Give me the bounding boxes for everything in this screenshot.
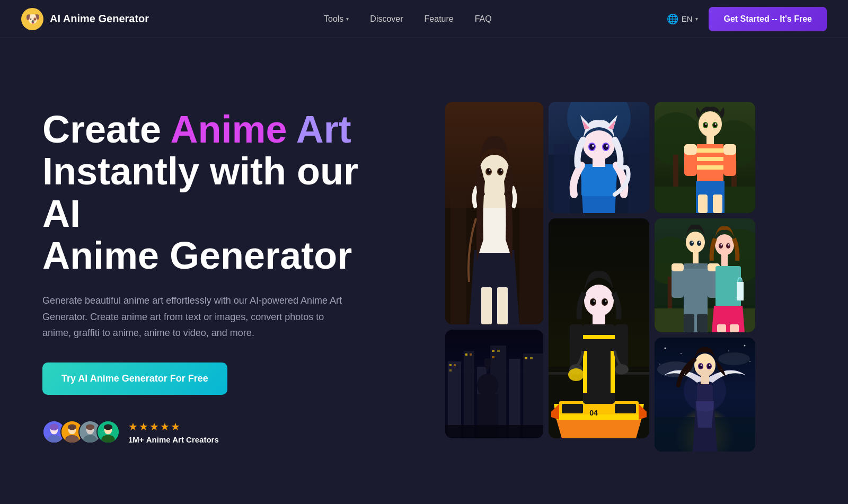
svg-point-107 <box>699 111 722 137</box>
tools-chevron-icon: ▾ <box>346 16 349 22</box>
rating-stars: ★★★★★ <box>128 420 219 433</box>
svg-point-160 <box>665 347 666 349</box>
nav-faq[interactable]: FAQ <box>475 14 492 24</box>
grid-column-3 <box>655 102 755 452</box>
svg-point-165 <box>749 361 750 362</box>
hero-content: Create Anime Art Instantly with our AI A… <box>42 109 403 444</box>
svg-point-60 <box>583 130 615 160</box>
svg-rect-136 <box>730 324 739 332</box>
hero-description: Generate beautiful anime art effortlessl… <box>42 293 350 341</box>
nav-discover[interactable]: Discover <box>370 14 403 24</box>
language-selector[interactable]: 🌐 EN ▾ <box>667 13 699 25</box>
nav-right: 🌐 EN ▾ Get Started -- It's Free <box>667 7 827 31</box>
svg-rect-104 <box>684 144 697 155</box>
svg-rect-76 <box>583 351 587 393</box>
svg-point-142 <box>726 243 730 249</box>
anime-image-7 <box>655 338 755 452</box>
logo-area: 🐶 AI Anime Generator <box>21 8 149 30</box>
svg-point-29 <box>501 169 502 171</box>
svg-rect-45 <box>492 350 494 352</box>
svg-point-134 <box>715 234 734 255</box>
svg-point-158 <box>709 364 711 366</box>
svg-point-164 <box>659 364 660 365</box>
svg-point-88 <box>603 299 607 305</box>
svg-point-83 <box>584 285 614 316</box>
svg-point-28 <box>489 169 491 171</box>
svg-rect-98 <box>697 148 723 153</box>
nav-links: Tools ▾ Discover Feature FAQ <box>324 14 492 24</box>
svg-point-161 <box>744 344 746 346</box>
svg-rect-130 <box>684 314 694 332</box>
svg-rect-41 <box>454 364 456 366</box>
logo-icon: 🐶 <box>21 8 43 30</box>
svg-point-66 <box>606 145 608 147</box>
brand-name: AI Anime Generator <box>50 13 149 25</box>
anime-image-4: 04 <box>549 218 649 438</box>
svg-point-64 <box>603 144 608 150</box>
svg-point-7 <box>68 425 76 430</box>
svg-rect-19 <box>519 187 543 324</box>
svg-point-144 <box>728 244 730 245</box>
svg-rect-30 <box>481 287 492 324</box>
navbar: 🐶 AI Anime Generator Tools ▾ Discover Fe… <box>0 0 848 38</box>
svg-point-63 <box>589 144 595 150</box>
nav-feature[interactable]: Feature <box>425 14 454 24</box>
svg-rect-43 <box>465 353 467 356</box>
svg-rect-18 <box>450 197 466 324</box>
globe-icon: 🌐 <box>667 13 678 25</box>
svg-rect-99 <box>697 157 723 161</box>
social-proof: ★★★★★ 1M+ Anime Art Creators <box>42 420 403 444</box>
nav-tools[interactable]: Tools ▾ <box>324 14 349 24</box>
svg-rect-58 <box>581 164 616 196</box>
svg-point-87 <box>591 299 595 305</box>
try-free-button[interactable]: Try AI Anime Generator For Free <box>42 362 227 395</box>
svg-rect-42 <box>449 369 452 372</box>
svg-rect-31 <box>497 287 508 324</box>
creator-stats: ★★★★★ 1M+ Anime Art Creators <box>128 420 219 444</box>
svg-point-162 <box>681 353 682 354</box>
grid-column-1 <box>445 102 543 452</box>
svg-rect-44 <box>470 353 472 356</box>
svg-point-157 <box>701 364 702 366</box>
avatar-stack <box>42 420 120 444</box>
get-started-button[interactable]: Get Started -- It's Free <box>709 7 827 31</box>
svg-point-163 <box>728 350 729 351</box>
svg-point-138 <box>697 241 701 246</box>
svg-rect-71 <box>562 404 583 413</box>
svg-point-84 <box>568 368 584 381</box>
creator-count: 1M+ Anime Art Creators <box>128 435 219 444</box>
svg-rect-48 <box>525 357 527 359</box>
svg-point-65 <box>592 145 594 147</box>
svg-rect-105 <box>723 144 736 155</box>
svg-point-26 <box>487 169 491 174</box>
svg-rect-114 <box>698 194 708 213</box>
svg-point-149 <box>718 352 750 365</box>
svg-rect-55 <box>554 144 570 213</box>
svg-rect-72 <box>615 404 636 413</box>
anime-image-1 <box>445 102 543 324</box>
svg-rect-100 <box>697 165 723 170</box>
svg-rect-47 <box>492 356 494 358</box>
svg-point-137 <box>690 241 694 246</box>
svg-rect-52 <box>445 425 543 438</box>
svg-point-112 <box>705 123 707 125</box>
svg-rect-46 <box>497 350 500 352</box>
svg-point-50 <box>477 374 498 397</box>
svg-point-139 <box>692 241 693 243</box>
svg-rect-40 <box>449 364 452 366</box>
svg-rect-123 <box>684 263 708 269</box>
anime-image-2 <box>445 330 543 438</box>
svg-point-140 <box>699 241 701 243</box>
lang-chevron-icon: ▾ <box>695 16 698 22</box>
anime-image-3 <box>549 102 649 213</box>
svg-point-159 <box>684 369 726 412</box>
svg-rect-135 <box>717 324 726 332</box>
anime-image-6 <box>655 218 755 332</box>
anime-image-grid: 04 <box>445 102 763 452</box>
svg-point-89 <box>594 300 595 302</box>
hero-title: Create Anime Art Instantly with our AI A… <box>42 109 403 277</box>
hero-section: Create Anime Art Instantly with our AI A… <box>0 38 848 504</box>
grid-column-2: 04 <box>549 102 649 452</box>
svg-rect-75 <box>583 335 615 339</box>
svg-point-15 <box>104 425 112 430</box>
